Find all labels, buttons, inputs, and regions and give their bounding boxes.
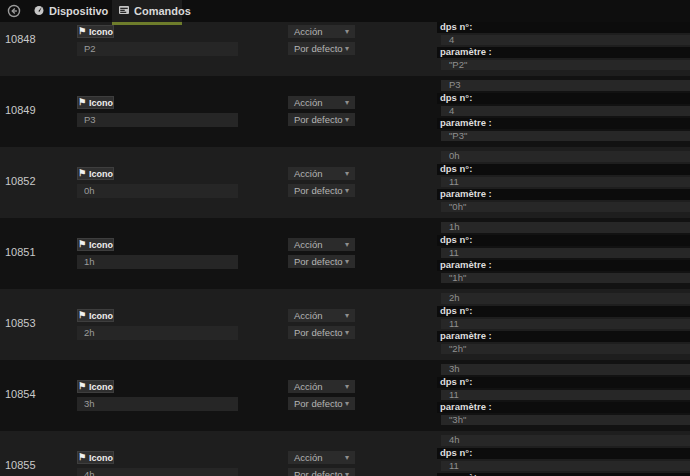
param-label: paramètre : [437,118,690,129]
icono-button[interactable]: ⚑ Icono [77,96,114,109]
accion-select[interactable]: Acción ▾ [288,25,355,38]
icon-value-input[interactable] [77,326,238,340]
icono-button-label: Icono [89,453,113,463]
chevron-down-icon: ▾ [345,383,349,391]
dps-label: dps n°: [437,164,690,175]
por-defecto-select-value: Por defecto [294,468,343,476]
chevron-down-icon: ▾ [345,258,349,266]
command-id: 10849 [5,104,36,116]
app-window: Dispositivo Comandos 10848 ⚑ Icono Acció… [0,0,690,476]
por-defecto-select-value: Por defecto [294,397,343,410]
command-id: 10852 [5,175,36,187]
chevron-down-icon: ▾ [345,400,349,408]
dps-label: dps n°: [437,377,690,388]
por-defecto-select-value: Por defecto [294,42,343,55]
command-row: 10852 ⚑ Icono Acción ▾ Por defecto ▾ 0h … [0,147,690,218]
param-value-box: "P2" [441,60,690,71]
tab-label: Comandos [134,5,191,17]
icono-button-label: Icono [89,240,113,250]
por-defecto-select[interactable]: Por defecto ▾ [288,184,355,197]
chevron-down-icon: ▾ [345,99,349,107]
param-label: paramètre : [437,260,690,271]
dps-label: dps n°: [437,306,690,317]
flag-icon: ⚑ [78,453,86,462]
command-id: 10853 [5,317,36,329]
command-row: 10855 ⚑ Icono Acción ▾ Por defecto ▾ 4h … [0,431,690,476]
por-defecto-select[interactable]: Por defecto ▾ [288,397,355,410]
accion-select-value: Acción [294,167,323,180]
top-bar: Dispositivo Comandos [0,0,690,22]
command-row: 10854 ⚑ Icono Acción ▾ Por defecto ▾ 3h … [0,360,690,431]
accion-select[interactable]: Acción ▾ [288,167,355,180]
active-tab-underline [112,22,182,25]
icon-value-input[interactable] [77,184,238,198]
accion-select[interactable]: Acción ▾ [288,380,355,393]
accion-select[interactable]: Acción ▾ [288,96,355,109]
icono-button[interactable]: ⚑ Icono [77,451,114,464]
dps-label: dps n°: [437,22,690,33]
value-box: P3 [441,80,690,91]
value-box: 3h [441,364,690,375]
chevron-down-icon: ▾ [345,471,349,476]
icono-button[interactable]: ⚑ Icono [77,309,114,322]
dps-number-box: 11 [441,248,690,259]
por-defecto-select-value: Por defecto [294,184,343,197]
value-box: 1h [441,222,690,233]
chevron-down-icon: ▾ [345,170,349,178]
accion-select[interactable]: Acción ▾ [288,309,355,322]
por-defecto-select[interactable]: Por defecto ▾ [288,113,355,126]
flag-icon: ⚑ [78,27,86,36]
dps-label: dps n°: [437,448,690,459]
dps-number-box: 11 [441,390,690,401]
param-value-box: "2h" [441,344,690,355]
icono-button[interactable]: ⚑ Icono [77,238,114,251]
value-box: 2h [441,293,690,304]
accion-select-value: Acción [294,380,323,393]
dps-label: dps n°: [437,93,690,104]
por-defecto-select[interactable]: Por defecto ▾ [288,255,355,268]
flag-icon: ⚑ [78,240,86,249]
chevron-down-icon: ▾ [345,454,349,462]
por-defecto-select[interactable]: Por defecto ▾ [288,42,355,55]
dps-number-box: 4 [441,106,690,117]
por-defecto-select[interactable]: Por defecto ▾ [288,468,355,476]
por-defecto-select[interactable]: Por defecto ▾ [288,326,355,339]
icono-button[interactable]: ⚑ Icono [77,25,114,38]
command-row: 10849 ⚑ Icono Acción ▾ Por defecto ▾ P3 … [0,76,690,147]
accion-select-value: Acción [294,238,323,251]
param-value-box: "P3" [441,131,690,142]
por-defecto-select-value: Por defecto [294,326,343,339]
chevron-down-icon: ▾ [345,241,349,249]
icon-value-input[interactable] [77,113,238,127]
chevron-down-icon: ▾ [345,187,349,195]
accion-select[interactable]: Acción ▾ [288,451,355,464]
dps-number-box: 11 [441,177,690,188]
dps-number-box: 11 [441,319,690,330]
commands-console-icon [118,4,130,18]
param-label: paramètre : [437,331,690,342]
tab-comandos[interactable]: Comandos [112,0,182,22]
por-defecto-select-value: Por defecto [294,113,343,126]
icon-value-input[interactable] [77,468,238,476]
dps-label: dps n°: [437,235,690,246]
icon-value-input[interactable] [77,42,238,56]
chevron-down-icon: ▾ [345,45,349,53]
accion-select[interactable]: Acción ▾ [288,238,355,251]
icon-value-input[interactable] [77,255,238,269]
tab-dispositivo[interactable]: Dispositivo [33,0,108,22]
icono-button[interactable]: ⚑ Icono [77,167,114,180]
param-value-box: "1h" [441,273,690,284]
command-id: 10855 [5,459,36,471]
tab-label: Dispositivo [49,5,108,17]
flag-icon: ⚑ [78,382,86,391]
icono-button[interactable]: ⚑ Icono [77,380,114,393]
back-button[interactable] [7,4,21,18]
accion-select-value: Acción [294,451,323,464]
icono-button-label: Icono [89,311,113,321]
icon-value-input[interactable] [77,397,238,411]
command-id: 10851 [5,246,36,258]
param-value-box: "3h" [441,415,690,426]
icono-button-label: Icono [89,27,113,37]
command-row: 10853 ⚑ Icono Acción ▾ Por defecto ▾ 2h … [0,289,690,360]
icono-button-label: Icono [89,98,113,108]
